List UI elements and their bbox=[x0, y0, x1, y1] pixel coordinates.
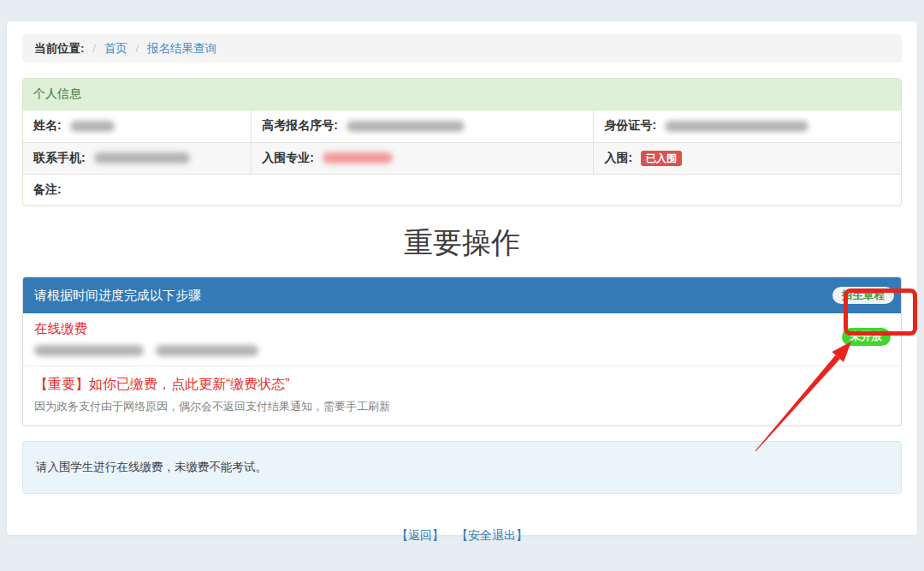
id-no-label: 身份证号: bbox=[604, 118, 656, 132]
personal-info-table: 姓名: 高考报名序号: 身份证号: 联系手机: 入围专业: bbox=[23, 110, 901, 205]
table-row: 联系手机: 入围专业: 入围: 已入围 bbox=[23, 142, 901, 174]
phone-value-redacted bbox=[94, 152, 190, 164]
major-cell: 入围专业: bbox=[252, 142, 594, 174]
payment-status-badge: 未开放 bbox=[842, 328, 891, 346]
breadcrumb-link-home[interactable]: 首页 bbox=[104, 42, 127, 55]
name-value-redacted bbox=[70, 121, 115, 132]
steps-panel-header: 请根据时间进度完成以下步骤 招生章程 bbox=[23, 277, 901, 313]
remark-cell: 备注: bbox=[23, 174, 901, 205]
shortlist-label: 入围: bbox=[604, 151, 632, 164]
remark-label: 备注: bbox=[33, 182, 62, 196]
update-payment-status-note: 因为政务支付由于网络原因，偶尔会不返回支付结果通知，需要手工刷新 bbox=[34, 399, 890, 414]
id-no-cell: 身份证号: bbox=[594, 110, 901, 142]
name-cell: 姓名: bbox=[23, 110, 252, 142]
page-title: 重要操作 bbox=[22, 223, 902, 263]
steps-panel: 请根据时间进度完成以下步骤 招生章程 在线缴费 未开放 【重要】如你已缴费，点此… bbox=[22, 277, 902, 426]
exam-no-cell: 高考报名序号: bbox=[252, 110, 594, 142]
logout-link[interactable]: 【安全退出】 bbox=[456, 528, 528, 542]
breadcrumb-separator: / bbox=[92, 42, 96, 55]
shortlist-cell: 入围: 已入围 bbox=[594, 142, 901, 174]
id-no-value-redacted bbox=[665, 121, 808, 132]
breadcrumb: 当前位置: / 首页 / 报名结果查询 bbox=[22, 34, 902, 62]
phone-label: 联系手机: bbox=[33, 151, 86, 164]
major-value-redacted bbox=[323, 152, 393, 164]
update-payment-status-row: 【重要】如你已缴费，点此更新“缴费状态” 因为政务支付由于网络原因，偶尔会不返回… bbox=[23, 366, 901, 425]
exam-no-label: 高考报名序号: bbox=[262, 118, 338, 132]
admission-charter-button[interactable]: 招生章程 bbox=[832, 287, 894, 305]
exam-no-value-redacted bbox=[346, 121, 465, 132]
online-payment-step-row: 在线缴费 未开放 bbox=[23, 313, 901, 366]
back-link[interactable]: 【返回】 bbox=[396, 528, 444, 542]
name-label: 姓名: bbox=[33, 118, 62, 132]
date-end-redacted bbox=[156, 345, 258, 356]
payment-dates-redacted bbox=[34, 342, 890, 358]
payment-notice: 请入围学生进行在线缴费，未缴费不能考试。 bbox=[22, 441, 902, 494]
content-card: 当前位置: / 首页 / 报名结果查询 个人信息 姓名: 高考报名序号: 身份证… bbox=[7, 21, 917, 535]
footer-links: 【返回】 【安全退出】 bbox=[22, 528, 902, 544]
breadcrumb-separator: / bbox=[136, 42, 139, 55]
personal-info-title: 个人信息 bbox=[23, 79, 901, 110]
online-payment-link[interactable]: 在线缴费 bbox=[34, 320, 87, 338]
registration-result-page: { "page": { "breadcrumb": { "label": "当前… bbox=[0, 0, 924, 571]
steps-panel-header-text: 请根据时间进度完成以下步骤 bbox=[34, 288, 201, 304]
personal-info-panel: 个人信息 姓名: 高考报名序号: 身份证号: 联系手机: bbox=[22, 78, 902, 206]
update-payment-status-link[interactable]: 【重要】如你已缴费，点此更新“缴费状态” bbox=[34, 376, 890, 394]
major-label: 入围专业: bbox=[262, 151, 314, 164]
breadcrumb-label: 当前位置: bbox=[34, 42, 85, 55]
phone-cell: 联系手机: bbox=[23, 142, 252, 174]
shortlist-status-badge: 已入围 bbox=[641, 151, 682, 166]
table-row: 备注: bbox=[23, 174, 901, 205]
table-row: 姓名: 高考报名序号: 身份证号: bbox=[23, 110, 901, 142]
date-start-redacted bbox=[34, 345, 144, 356]
breadcrumb-link-current[interactable]: 报名结果查询 bbox=[147, 42, 216, 55]
